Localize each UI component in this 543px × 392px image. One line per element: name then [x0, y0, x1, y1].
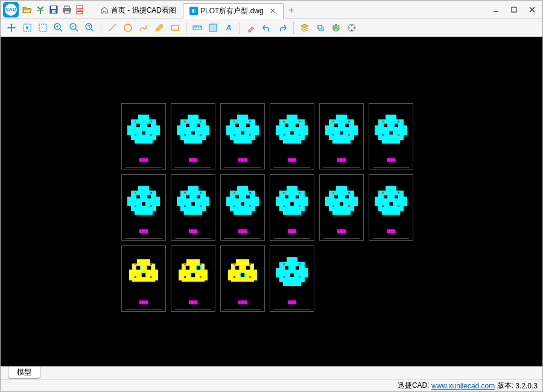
svg-rect-5: [65, 11, 69, 13]
floorplan-thumbnail: ████: [171, 174, 215, 241]
floorplan-thumbnail: ████: [220, 245, 265, 312]
zoom-realtime-button[interactable]: [83, 21, 97, 35]
svg-rect-4: [65, 6, 69, 8]
svg-text:⬚: ⬚: [211, 26, 215, 30]
layers-button[interactable]: [297, 21, 312, 35]
quick-access-toolbar: PDF: [21, 4, 86, 16]
svg-rect-10: [512, 7, 516, 12]
polyline-button[interactable]: [136, 21, 151, 35]
tab-home[interactable]: 首页 - 迅捷CAD看图: [94, 2, 183, 18]
line-button[interactable]: [105, 21, 119, 35]
model-tab[interactable]: 模型: [8, 367, 40, 379]
toolbar-separator: [293, 22, 294, 34]
svg-point-41: [349, 27, 351, 28]
status-version-label: 版本:: [497, 381, 513, 391]
edit-drawing-button[interactable]: [152, 21, 167, 35]
minimize-button[interactable]: [488, 2, 504, 17]
undo-button[interactable]: [259, 21, 274, 35]
floorplan-thumbnail: ████: [270, 174, 314, 241]
svg-point-26: [124, 24, 132, 31]
status-version: 3.2.0.3: [515, 382, 538, 390]
print-button[interactable]: [61, 4, 73, 16]
cad-file-icon: ◧: [189, 7, 198, 15]
main-toolbar: ⬚ A: [1, 19, 542, 37]
svg-rect-1: [51, 6, 56, 9]
pan-button[interactable]: [4, 21, 19, 35]
redo-button[interactable]: [275, 21, 290, 35]
svg-text:PDF: PDF: [77, 8, 83, 12]
tab-file-label: PLOT所有户型.dwg: [200, 6, 264, 16]
layout-tabs: 模型: [1, 366, 542, 379]
drawing-content: ████████████████████████ ███████████████…: [121, 103, 413, 312]
svg-line-24: [91, 29, 94, 31]
svg-line-17: [60, 29, 62, 31]
floorplan-thumbnail: ████: [369, 103, 413, 169]
color-palette-button[interactable]: [345, 21, 359, 35]
status-url-link[interactable]: www.xunjiecad.com: [431, 382, 495, 390]
floorplan-thumbnail: ████: [121, 245, 166, 312]
svg-rect-27: [171, 25, 179, 30]
svg-text:A: A: [226, 24, 232, 32]
floorplan-thumbnail: ████: [319, 103, 364, 169]
zoom-in-button[interactable]: [51, 21, 66, 35]
svg-point-40: [351, 29, 353, 31]
window-controls: [488, 2, 540, 17]
tab-close-button[interactable]: ✕: [268, 7, 277, 15]
home-icon: [100, 6, 109, 14]
status-brand: 迅捷CAD:: [398, 381, 430, 391]
maximize-button[interactable]: [506, 2, 522, 17]
statusbar: 迅捷CAD: www.xunjiecad.com 版本: 3.2.0.3: [1, 379, 542, 391]
document-tabs: 首页 - 迅捷CAD看图 ◧ PLOT所有户型.dwg ✕ +: [94, 1, 299, 18]
export-pdf-button[interactable]: PDF: [74, 4, 86, 16]
floorplan-thumbnail: ████: [171, 245, 215, 312]
titlebar: CAD PDF 首页 - 迅捷CAD看图 ◧ PLOT所有户型.dwg ✕ +: [1, 1, 542, 19]
svg-line-25: [109, 24, 116, 31]
svg-rect-2: [52, 10, 56, 13]
drawing-canvas[interactable]: ████████████████████████ ███████████████…: [1, 37, 542, 366]
svg-point-38: [351, 24, 353, 26]
svg-point-23: [86, 24, 92, 30]
tab-file[interactable]: ◧ PLOT所有户型.dwg ✕: [183, 3, 284, 19]
circle-button[interactable]: [121, 21, 135, 35]
toolbar-separator: [240, 22, 240, 34]
zoom-window-button[interactable]: [36, 21, 50, 35]
save-button[interactable]: [48, 4, 60, 16]
svg-rect-15: [39, 24, 46, 31]
measure-distance-button[interactable]: [190, 21, 205, 35]
measure-area-button[interactable]: ⬚: [206, 21, 220, 35]
svg-line-21: [75, 29, 78, 31]
svg-point-14: [26, 27, 28, 29]
toolbar-separator: [101, 22, 101, 34]
floorplan-thumbnail: ████: [220, 174, 265, 241]
app-logo: CAD: [3, 2, 19, 17]
svg-point-36: [334, 26, 335, 28]
text-button[interactable]: A: [221, 21, 236, 35]
open-folder-button[interactable]: [21, 4, 33, 16]
floorplan-thumbnail: ████: [171, 103, 215, 169]
rectangle-button[interactable]: [168, 21, 182, 35]
cube-view-button[interactable]: [329, 21, 343, 35]
floorplan-thumbnail: ████: [270, 103, 314, 169]
eraser-button[interactable]: [244, 21, 258, 35]
zoom-extents-button[interactable]: [20, 21, 34, 35]
svg-point-39: [354, 27, 355, 28]
toolbar-separator: [186, 22, 186, 34]
floorplan-thumbnail: ████: [220, 103, 265, 169]
palm-icon[interactable]: [34, 4, 46, 16]
floorplan-thumbnail: ████: [121, 174, 166, 241]
floorplan-thumbnail: ████: [319, 174, 364, 241]
floorplan-thumbnail: ████: [121, 103, 166, 169]
floorplan-thumbnail: ████: [270, 245, 314, 312]
floorplan-thumbnail: ████: [369, 174, 413, 241]
new-tab-button[interactable]: +: [284, 2, 299, 18]
tab-home-label: 首页 - 迅捷CAD看图: [111, 5, 176, 16]
close-button[interactable]: [524, 2, 540, 17]
zoom-out-button[interactable]: [67, 21, 81, 35]
3d-view-button[interactable]: [313, 21, 328, 35]
